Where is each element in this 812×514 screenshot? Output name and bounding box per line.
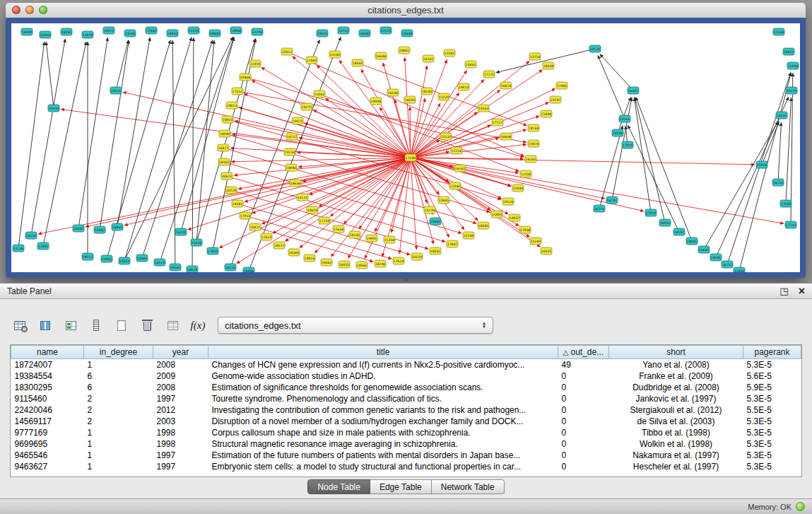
graph-edge[interactable] <box>599 126 623 209</box>
graph-edge[interactable] <box>598 55 625 119</box>
cell-name[interactable]: 9463627 <box>11 461 84 472</box>
cell-in_degree[interactable]: 2 <box>84 393 153 404</box>
function-builder-button[interactable]: f(x) <box>189 316 206 334</box>
graph-edge[interactable] <box>244 94 411 158</box>
cell-year[interactable]: 1997 <box>153 450 208 461</box>
graph-edge[interactable] <box>399 158 411 254</box>
cell-year[interactable]: 1997 <box>153 393 208 404</box>
column-header-in_degree[interactable]: in_degree <box>84 346 153 359</box>
cell-pagerank[interactable]: 5.3E-5 <box>743 461 801 472</box>
cell-in_degree[interactable]: 1 <box>84 359 153 371</box>
float-panel-icon[interactable]: ◳ <box>779 286 788 296</box>
graph-edge[interactable] <box>361 69 411 158</box>
cell-short[interactable]: Tibbo et al. (1998) <box>609 427 743 438</box>
cell-in_degree[interactable]: 1 <box>84 438 153 450</box>
cell-in_degree[interactable]: 2 <box>84 416 153 427</box>
graph-edge[interactable] <box>739 73 791 271</box>
cell-short[interactable]: Nakamura et al. (1997) <box>609 450 743 461</box>
cell-short[interactable]: Wolkin et al. (1998) <box>609 438 743 450</box>
cell-in_degree[interactable]: 1 <box>84 461 153 472</box>
cell-pagerank[interactable]: 5.3E-5 <box>743 416 801 427</box>
show-column-settings-button[interactable] <box>11 316 28 334</box>
table-row[interactable]: 911546021997Tourette syndrome. Phenomeno… <box>11 393 801 404</box>
graph-edge[interactable] <box>716 97 789 257</box>
cell-short[interactable]: Jankovic et al. (1997) <box>609 393 743 404</box>
graph-edge[interactable] <box>61 109 411 158</box>
cell-title[interactable]: Estimation of significance thresholds fo… <box>208 382 558 393</box>
cell-short[interactable]: Yano et al. (2008) <box>609 359 743 371</box>
graph-edge[interactable] <box>38 158 411 234</box>
cell-year[interactable]: 1998 <box>153 438 208 450</box>
network-canvas[interactable]: 1724022410204661755119013208131804916477… <box>11 23 800 272</box>
cell-pagerank[interactable]: 5.9E-5 <box>743 382 801 393</box>
graph-edge[interactable] <box>778 122 781 182</box>
cell-title[interactable]: Structural magnetic resonance image aver… <box>208 438 558 450</box>
cell-out_degree[interactable]: 0 <box>558 438 609 450</box>
cell-year[interactable]: 2008 <box>153 359 208 371</box>
cell-name[interactable]: 9465546 <box>11 450 84 461</box>
close-window-button[interactable] <box>12 6 20 14</box>
cell-short[interactable]: Hescheler et al. (1997) <box>609 461 743 472</box>
cell-title[interactable]: Investigating the contribution of common… <box>208 404 558 416</box>
panel-resize-grip[interactable]: ▲ <box>401 276 411 282</box>
cell-year[interactable]: 2009 <box>153 370 208 382</box>
cell-out_degree[interactable]: 0 <box>558 382 609 393</box>
cell-in_degree[interactable]: 6 <box>84 382 153 393</box>
graph-edge[interactable] <box>124 37 233 261</box>
table-row[interactable]: 977716911998Corpus callosum shape and si… <box>11 427 801 438</box>
graph-edge[interactable] <box>78 37 107 228</box>
cell-name[interactable]: 9699695 <box>11 438 84 450</box>
graph-edge[interactable] <box>411 158 784 223</box>
graph-edge[interactable] <box>124 37 192 261</box>
cell-pagerank[interactable]: 5.6E-5 <box>743 370 801 382</box>
cell-name[interactable]: 9777169 <box>11 427 84 438</box>
cell-name[interactable]: 22420046 <box>11 404 84 416</box>
zoom-window-button[interactable] <box>39 6 47 14</box>
edit-table-button[interactable] <box>62 316 79 334</box>
cell-short[interactable]: Dudbridge et al. (2008) <box>609 382 743 393</box>
network-view-window[interactable]: citations_edges.txt 17240224102046617551… <box>6 3 806 278</box>
import-table-button[interactable] <box>164 316 181 334</box>
attribute-table[interactable]: namein_degreeyeartitle△out_de...shortpag… <box>10 344 802 477</box>
cell-short[interactable]: Franke et al. (2009) <box>609 370 743 382</box>
show-hide-columns-button[interactable] <box>37 316 54 334</box>
cell-out_degree[interactable]: 0 <box>558 393 609 404</box>
cell-short[interactable]: de Silva et al. (2003) <box>609 416 743 427</box>
cell-year[interactable]: 2008 <box>153 382 208 393</box>
tab-node-table[interactable]: Node Table <box>307 479 370 494</box>
cell-in_degree[interactable]: 1 <box>84 450 153 461</box>
citation-network-graph[interactable]: 1724022410204661755119013208131804916477… <box>11 23 800 272</box>
cell-out_degree[interactable]: 0 <box>558 461 609 472</box>
cell-out_degree[interactable]: 0 <box>558 416 609 427</box>
graph-edge[interactable] <box>261 158 411 224</box>
cell-title[interactable]: Genome-wide association studies in ADHD. <box>208 370 558 382</box>
column-header-year[interactable]: year <box>153 346 208 359</box>
cell-name[interactable]: 19384554 <box>11 370 84 382</box>
graph-edge[interactable] <box>172 40 175 267</box>
column-header-out_degree[interactable]: △out_de... <box>558 346 609 359</box>
graph-edge[interactable] <box>31 39 65 235</box>
cell-out_degree[interactable]: 0 <box>558 370 609 382</box>
cell-title[interactable]: Embryonic stem cells: a model to study s… <box>208 461 558 472</box>
cell-out_degree[interactable]: 0 <box>558 427 609 438</box>
delete-column-button[interactable] <box>139 316 155 334</box>
graph-edge[interactable] <box>124 158 411 226</box>
table-row[interactable]: 2242004622012Investigating the contribut… <box>11 404 801 416</box>
graph-edge[interactable] <box>411 158 755 165</box>
table-row[interactable]: 946362711997Embryonic stem cells: a mode… <box>11 461 801 472</box>
cell-pagerank[interactable]: 5.5E-5 <box>743 404 801 416</box>
graph-edge[interactable] <box>339 60 411 158</box>
create-column-button[interactable] <box>113 316 130 334</box>
graph-edge[interactable] <box>123 92 411 158</box>
column-header-title[interactable]: title <box>208 346 558 359</box>
cell-pagerank[interactable]: 5.3E-5 <box>743 438 801 450</box>
graph-edge[interactable] <box>46 42 54 108</box>
cell-pagerank[interactable]: 5.3E-5 <box>743 450 801 461</box>
cell-name[interactable]: 18300295 <box>11 382 84 393</box>
graph-edge[interactable] <box>100 40 129 230</box>
graph-edge[interactable] <box>297 152 411 158</box>
cell-in_degree[interactable]: 2 <box>84 404 153 416</box>
graph-edge[interactable] <box>192 37 194 269</box>
graph-edge[interactable] <box>704 122 778 250</box>
cell-out_degree[interactable]: 0 <box>558 450 609 461</box>
